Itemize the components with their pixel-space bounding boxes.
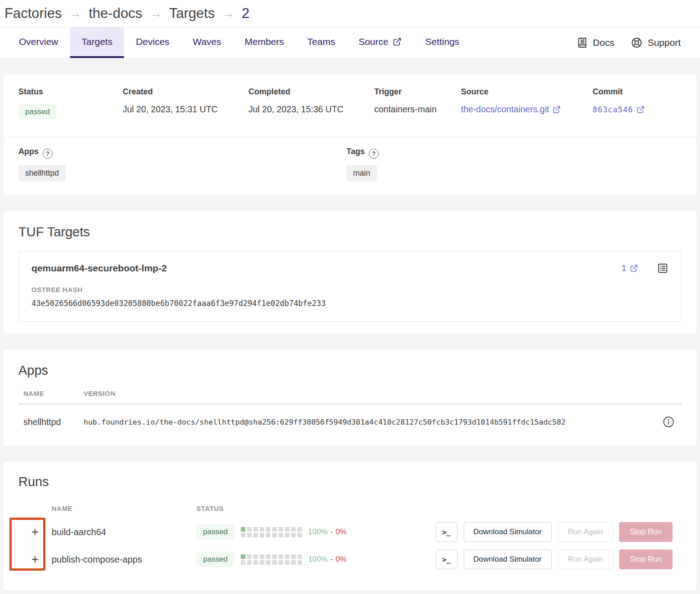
book-icon [577,37,588,48]
runs-col-name: NAME [52,505,196,512]
target-details-button[interactable] [657,262,669,274]
run-again-button[interactable]: Run Again [558,522,613,542]
run-name: publish-compose-apps [52,554,196,565]
table-row: shellhttpd hub.foundries.io/the-docs/she… [18,404,682,428]
console-log-button[interactable]: >_ [436,522,457,542]
support-link[interactable]: Support [631,37,681,48]
tuf-targets-card: TUF Targets qemuarm64-secureboot-lmp-2 1… [4,211,696,333]
console-log-button[interactable]: >_ [436,550,457,569]
created-field: Created Jul 20, 2023, 15:31 UTC [123,87,248,120]
runs-table-header: NAME STATUS [18,505,682,512]
breadcrumb-arrow-icon: → [69,6,81,21]
app-version: hub.foundries.io/the-docs/shellhttpd@sha… [84,418,663,426]
help-icon[interactable]: ? [369,149,379,159]
external-link-icon [553,106,561,114]
status-badge: passed [18,104,57,120]
tags-label: Tags [346,147,365,156]
header-right-links: Docs Support [577,27,700,58]
tab-devices[interactable]: Devices [124,27,181,58]
test-progress-grid [241,527,302,537]
run-status: passed 100%-0% [196,552,347,567]
fail-percentage: 0% [336,528,347,536]
tab-members[interactable]: Members [233,27,296,58]
apps-field: Apps? shellhttpd [18,147,346,182]
external-link-icon [630,264,638,272]
runs-col-status: STATUS [196,505,682,512]
run-status: passed 100%-0% [196,524,347,540]
completed-field: Completed Jul 20, 2023, 15:36 UTC [248,87,374,120]
breadcrumb-current-target: 2 [242,5,249,22]
target-devices-link[interactable]: 1 [621,263,638,273]
external-link-icon [393,37,402,46]
tab-source[interactable]: Source [347,27,414,58]
tab-bar: Overview Targets Devices Waves Members T… [0,27,700,58]
apps-col-version: VERSION [84,390,663,397]
pass-percentage: 100% [308,528,328,536]
download-simulator-button[interactable]: Download Simulator [464,550,552,569]
breadcrumb-factories[interactable]: Factories [4,5,62,22]
help-icon[interactable]: ? [43,149,53,159]
trigger-value: containers-main [374,104,461,115]
source-repo-link[interactable]: the-docs/containers.git [461,104,561,115]
expand-row-button[interactable]: + [18,525,52,539]
app-info-button[interactable] [663,416,674,428]
status-label: Status [18,87,123,97]
trigger-field: Trigger containers-main [374,87,461,120]
external-link-icon [637,106,645,114]
runs-card: Runs NAME STATUS + build-aarch64 passed … [4,462,696,590]
apps-title: Apps [18,363,682,378]
app-name: shellhttpd [23,417,84,427]
list-icon [657,262,669,274]
tag-chip: main [346,165,377,182]
docs-link[interactable]: Docs [577,37,615,48]
run-again-button[interactable]: Run Again [558,550,613,569]
tab-targets[interactable]: Targets [70,27,124,58]
tuf-targets-title: TUF Targets [18,225,682,239]
apps-col-name: NAME [23,390,84,397]
created-value: Jul 20, 2023, 15:31 UTC [123,104,248,115]
source-label: Source [461,87,593,97]
created-label: Created [123,87,248,97]
breadcrumb: Factories → the-docs → Targets → 2 [0,0,700,27]
runs-title: Runs [18,474,682,489]
status-badge: passed [196,524,235,540]
tab-overview[interactable]: Overview [7,27,70,58]
pass-percentage: 100% [308,555,328,563]
apps-label: Apps [18,147,39,156]
tab-settings[interactable]: Settings [413,27,471,58]
trigger-label: Trigger [374,87,461,97]
breadcrumb-targets[interactable]: Targets [169,5,215,22]
tags-field: Tags? main [346,147,682,182]
breadcrumb-arrow-icon: → [222,6,235,21]
completed-label: Completed [248,87,374,97]
completed-value: Jul 20, 2023, 15:36 UTC [248,104,374,115]
run-row-build-aarch64: + build-aarch64 passed 100%-0% >_ Downlo… [18,521,682,543]
tab-teams[interactable]: Teams [296,27,347,58]
run-row-publish-compose-apps: + publish-compose-apps passed 100%-0% >_… [18,549,682,570]
fail-percentage: 0% [336,555,347,563]
tab-waves[interactable]: Waves [181,27,233,58]
commit-field: Commit 863ca546 [593,87,682,120]
breadcrumb-arrow-icon: → [149,6,162,21]
commit-label: Commit [593,87,682,97]
stop-run-button[interactable]: Stop Run [619,550,673,569]
stop-run-button[interactable]: Stop Run [619,522,673,542]
commit-link[interactable]: 863ca546 [593,105,645,114]
expand-row-button[interactable]: + [18,553,52,567]
info-icon [663,416,674,428]
tuf-target-item: qemuarm64-secureboot-lmp-2 1 OSTREE HASH… [18,251,682,322]
download-simulator-button[interactable]: Download Simulator [464,522,552,542]
tuf-target-name: qemuarm64-secureboot-lmp-2 [31,263,167,274]
status-badge: passed [196,552,235,567]
apps-table-header: NAME VERSION [18,390,682,404]
ostree-hash-label: OSTREE HASH [31,286,669,293]
page-header: Factories → the-docs → Targets → 2 Overv… [0,0,700,58]
status-field: Status passed [18,87,123,120]
app-chip: shellhttpd [18,165,66,182]
run-actions: >_ Download Simulator Run Again Stop Run [436,550,673,569]
source-field: Source the-docs/containers.git [461,87,593,120]
breadcrumb-factory[interactable]: the-docs [89,5,142,22]
run-actions: >_ Download Simulator Run Again Stop Run [436,522,673,542]
life-ring-icon [631,37,642,48]
apps-card: Apps NAME VERSION shellhttpd hub.foundri… [4,350,696,446]
